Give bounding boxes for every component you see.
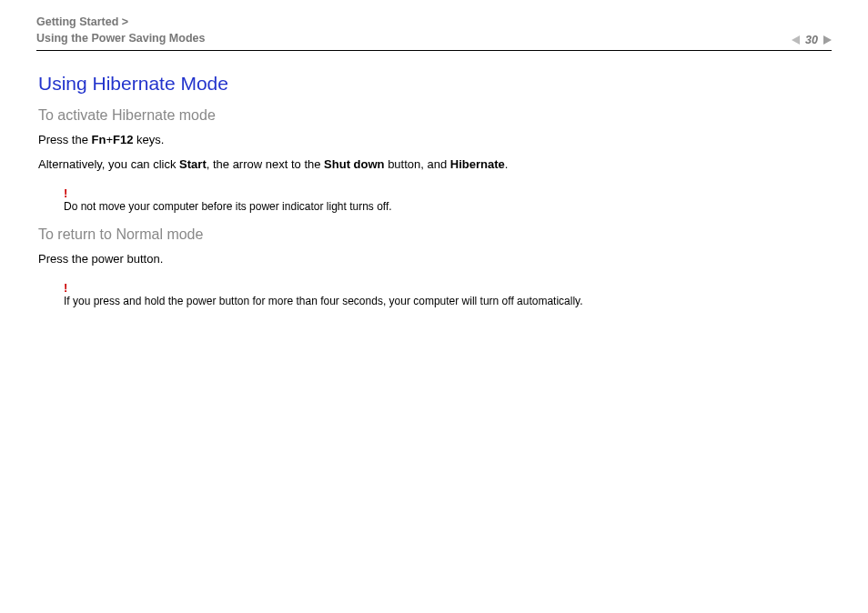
breadcrumb: Getting Started > Using the Power Saving… [36, 15, 205, 46]
warning-icon: ! [64, 282, 832, 294]
warning-note-2: ! If you press and hold the power button… [64, 282, 832, 309]
page-title: Using Hibernate Mode [38, 73, 832, 95]
key-f12: F12 [113, 133, 133, 146]
next-page-icon[interactable] [823, 35, 832, 45]
page-content: Using Hibernate Mode To activate Hiberna… [36, 73, 832, 309]
prev-page-icon[interactable] [792, 35, 800, 45]
text: Alternatively, you can click [38, 157, 179, 171]
text: , the arrow next to the [207, 157, 324, 171]
key-fn: Fn [92, 133, 106, 146]
breadcrumb-line-1: Getting Started > [36, 15, 205, 31]
text: + [106, 133, 113, 146]
text: . [505, 157, 509, 171]
bold-hibernate: Hibernate [450, 157, 505, 171]
instruction-keys: Press the Fn+F12 keys. [38, 131, 832, 150]
breadcrumb-line-2: Using the Power Saving Modes [36, 31, 205, 47]
text: keys. [133, 133, 164, 146]
warning-note-1: ! Do not move your computer before its p… [64, 187, 832, 215]
instruction-power: Press the power button. [38, 250, 832, 269]
page-nav: 30 [792, 34, 832, 46]
warning-text: If you press and hold the power button f… [64, 294, 832, 309]
bold-shutdown: Shut down [324, 157, 384, 171]
section-heading-activate: To activate Hibernate mode [38, 107, 832, 124]
page-header: Getting Started > Using the Power Saving… [36, 15, 832, 51]
page-number: 30 [805, 34, 818, 46]
instruction-alternative: Alternatively, you can click Start, the … [38, 156, 832, 175]
section-heading-return: To return to Normal mode [38, 226, 832, 243]
bold-start: Start [179, 157, 207, 171]
warning-icon: ! [64, 187, 832, 199]
warning-text: Do not move your computer before its pow… [64, 199, 832, 215]
document-page: Getting Started > Using the Power Saving… [0, 0, 868, 309]
text: Press the [38, 133, 92, 146]
text: button, and [385, 157, 450, 171]
